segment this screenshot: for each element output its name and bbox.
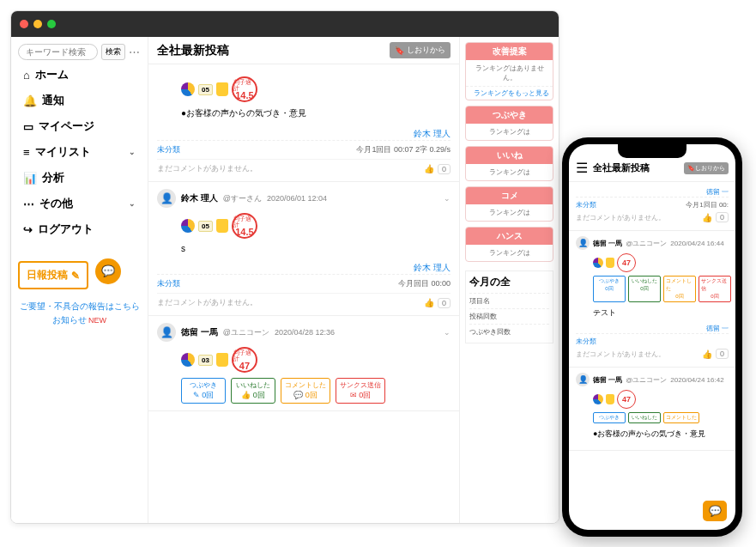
- phone-author[interactable]: 徳留 一: [576, 187, 729, 197]
- menu-icon[interactable]: ☰: [576, 160, 588, 176]
- feed-scroll[interactable]: 05 判子適計14.5 ●お客様の声からの気づき・意見 鈴木 理人 未分類 今月…: [148, 64, 459, 523]
- post-author-name[interactable]: 徳留 一馬: [181, 326, 218, 338]
- avatar-icon[interactable]: 👤: [576, 236, 590, 250]
- nav-analysis-label: 分析: [42, 170, 64, 185]
- phone-chat-fab[interactable]: 💬: [703, 501, 727, 521]
- phone-bookmark-button[interactable]: 🔖しおりから: [684, 162, 729, 174]
- maximize-dot[interactable]: [47, 20, 56, 28]
- news-link[interactable]: お知らせ: [52, 315, 87, 325]
- rank-body: ランキングは: [466, 204, 553, 221]
- rank-title: ハンス: [466, 228, 553, 245]
- tag-thanks[interactable]: サンクス送信0回: [699, 276, 731, 302]
- rank-title: 改善提案: [466, 43, 553, 60]
- tag-label: コメントした: [285, 380, 326, 390]
- pie-icon: [593, 258, 603, 268]
- chevron-down-icon[interactable]: ⌄: [444, 194, 451, 203]
- phone-category[interactable]: 未分類: [576, 337, 596, 346]
- search-button[interactable]: 検索: [101, 44, 125, 60]
- like-group[interactable]: 👍0: [702, 212, 729, 222]
- pie-icon: [593, 394, 603, 404]
- tag-label: いいねした: [632, 277, 657, 285]
- avatar-icon[interactable]: 👤: [576, 373, 590, 386]
- avatar-icon[interactable]: 👤: [157, 189, 176, 208]
- feed-title: 全社最新投稿: [157, 43, 229, 58]
- like-group[interactable]: 👍0: [424, 298, 451, 308]
- phone-post: 👤 徳留 一馬 @ユニコーン 2020/04/24 16:42 47 つぶやき …: [569, 368, 735, 451]
- post-date: 2020/06/01 12:04: [267, 194, 327, 203]
- shield-icon: [606, 258, 614, 268]
- new-badge: NEW: [88, 316, 106, 325]
- tag-label: つぶやき: [190, 380, 217, 390]
- like-group[interactable]: 👍0: [702, 349, 729, 359]
- rank-card[interactable]: ハンス ランキングは: [465, 227, 553, 262]
- phone-category[interactable]: 未分類: [576, 200, 596, 210]
- score-value: 14.5: [235, 228, 253, 237]
- phone-author-name[interactable]: 徳留 一馬: [593, 375, 622, 385]
- nav-notify[interactable]: 🔔通知: [18, 89, 141, 112]
- post-author-name[interactable]: 鈴木 理人: [181, 192, 218, 204]
- phone-author-name[interactable]: 徳留 一馬: [593, 239, 622, 248]
- chat-fab[interactable]: 💬: [95, 258, 121, 284]
- nav-mypage[interactable]: ▭マイページ: [18, 115, 141, 137]
- tag-like[interactable]: いいねした: [628, 412, 661, 423]
- shield-icon: [216, 219, 228, 233]
- nav-analysis[interactable]: 📊分析: [18, 167, 141, 189]
- rank-title: いいね: [466, 147, 553, 164]
- feedback-link[interactable]: ご要望・不具合の報告はこちら: [18, 300, 141, 313]
- like-count: 0: [438, 164, 451, 174]
- tag-thanks[interactable]: サンクス送信✉ 0回: [336, 378, 385, 404]
- bookmark-icon: 🔖: [395, 46, 404, 55]
- avatar-icon[interactable]: 👤: [157, 323, 176, 342]
- tag-tsubuyaki[interactable]: つぶやき0回: [593, 276, 626, 302]
- phone-comment-row: まだコメントがありません。 👍0: [576, 210, 729, 225]
- thumb-icon: 👍: [241, 391, 251, 399]
- nav-home[interactable]: ⌂ホーム: [18, 64, 141, 86]
- rank-card[interactable]: コメ ランキングは: [465, 186, 553, 222]
- score-badge: 47: [617, 390, 636, 409]
- tag-comment[interactable]: コメントした0回: [663, 276, 696, 302]
- like-count: 0: [438, 298, 451, 308]
- rank-card[interactable]: つぶやき ランキングは: [465, 106, 553, 141]
- tag-like[interactable]: いいねした👍 0回: [231, 378, 275, 404]
- thumb-icon: 👍: [424, 298, 434, 307]
- tag-tsubuyaki[interactable]: つぶやき: [593, 412, 626, 423]
- rank-card[interactable]: いいね ランキングは: [465, 146, 553, 181]
- chevron-down-icon[interactable]: ⌄: [444, 328, 451, 337]
- like-group[interactable]: 👍0: [424, 164, 451, 174]
- tag-comment[interactable]: コメントした: [663, 412, 699, 423]
- tag-like[interactable]: いいねした0回: [628, 276, 661, 302]
- tag-tsubuyaki[interactable]: つぶやき✎ 0回: [181, 378, 226, 404]
- thumb-icon: 👍: [702, 349, 712, 359]
- post-category[interactable]: 未分類: [157, 144, 180, 155]
- nav-other[interactable]: ⋯その他⌄: [18, 192, 141, 215]
- chevron-down-icon: ⌄: [129, 199, 136, 208]
- tag-label: サンクス送信: [701, 277, 729, 293]
- post-button[interactable]: 日報投稿✎: [18, 261, 88, 289]
- score-value: 47: [622, 258, 631, 267]
- badge-row: 03 判子適計47: [181, 347, 451, 373]
- phone-author[interactable]: 徳留 一: [576, 324, 729, 333]
- post-author[interactable]: 鈴木 理人: [157, 262, 451, 274]
- post-author[interactable]: 鈴木 理人: [157, 128, 451, 140]
- nav-mylist[interactable]: ≡マイリスト⌄: [18, 141, 141, 163]
- nav-logout[interactable]: ↪ログアウト: [18, 218, 141, 240]
- tag-comment[interactable]: コメントした💬 0回: [281, 378, 330, 404]
- post-category[interactable]: 未分類: [157, 278, 180, 289]
- phone-body[interactable]: 徳留 一 未分類 今月1回目 00: まだコメントがありません。 👍0 👤 徳留…: [569, 182, 735, 530]
- search-input[interactable]: [18, 44, 98, 60]
- minimize-dot[interactable]: [33, 20, 42, 28]
- close-dot[interactable]: [20, 20, 28, 28]
- nav-other-label: その他: [39, 196, 73, 211]
- post-header: 👤 徳留 一馬 @ユニコーン 2020/04/28 12:36 ⌄: [157, 323, 451, 342]
- phone-handle: @ユニコーン: [626, 239, 667, 248]
- phone-handle: @ユニコーン: [626, 375, 667, 385]
- rank-title: つぶやき: [466, 106, 553, 124]
- post-body: ●お客様の声からの気づき・意見: [181, 107, 451, 119]
- tag-row: つぶやき✎ 0回 いいねした👍 0回 コメントした💬 0回 サンクス送信✉ 0回: [181, 378, 451, 404]
- rank-card[interactable]: 改善提案 ランキングはありません。 ランキングをもっと見る: [465, 42, 553, 100]
- bookmark-button[interactable]: 🔖しおりから: [390, 42, 451, 58]
- search-more-icon[interactable]: ⋯: [129, 46, 141, 58]
- dots-icon: ⋯: [23, 198, 34, 210]
- rank-more-link[interactable]: ランキングをもっと見る: [466, 86, 553, 100]
- chat-icon: 💬: [709, 505, 722, 517]
